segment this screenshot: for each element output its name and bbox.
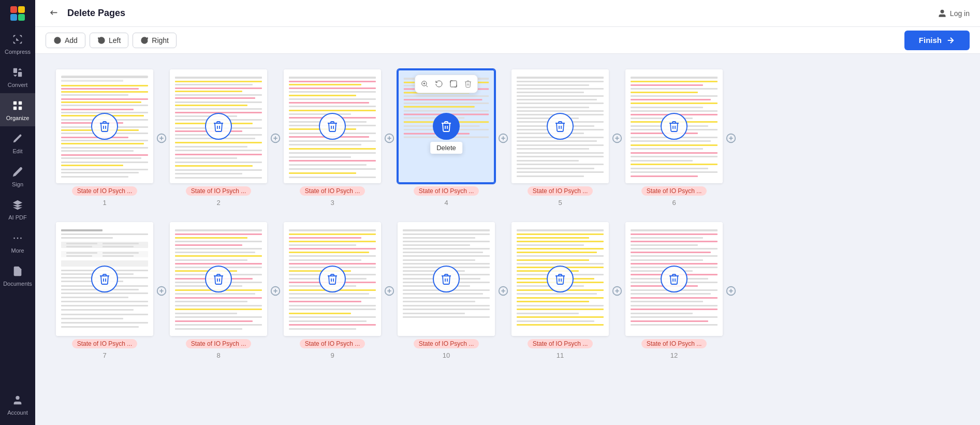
svg-rect-50	[175, 81, 262, 82]
compress-icon	[10, 32, 25, 47]
convert-label: Convert	[8, 82, 28, 88]
zoom-in-action-4[interactable]	[417, 77, 432, 91]
svg-rect-106	[289, 172, 356, 174]
delete-button-10[interactable]	[433, 266, 460, 292]
svg-rect-375	[631, 313, 693, 314]
svg-rect-76	[175, 177, 262, 179]
page-card-1: State of IO Psych ... 1	[56, 69, 153, 207]
sidebar-item-more[interactable]: More	[0, 226, 35, 259]
svg-rect-102	[289, 156, 351, 158]
back-button[interactable]	[46, 5, 62, 22]
delete-action-4[interactable]	[461, 77, 475, 91]
svg-rect-316	[403, 309, 490, 310]
sidebar-item-account[interactable]: Account	[0, 388, 35, 421]
insert-after-8[interactable]	[267, 283, 284, 299]
svg-rect-372	[631, 301, 703, 302]
svg-rect-378	[631, 324, 718, 326]
insert-after-2[interactable]	[267, 130, 284, 146]
rotate-left-button[interactable]: Left	[90, 33, 128, 48]
insert-after-5[interactable]	[609, 130, 625, 146]
insert-after-7[interactable]	[153, 283, 170, 299]
expand-action-4[interactable]	[446, 77, 461, 91]
insert-after-10[interactable]	[495, 283, 511, 299]
page-thumb-5	[511, 69, 609, 183]
sidebar-item-sign[interactable]: Sign	[0, 159, 35, 193]
svg-rect-4	[13, 107, 17, 110]
insert-after-9[interactable]	[381, 283, 398, 299]
svg-rect-233	[175, 229, 262, 231]
insert-after-1[interactable]	[153, 130, 170, 146]
svg-rect-49	[175, 77, 262, 79]
svg-rect-331	[517, 259, 589, 261]
page-label-10: State of IO Psych ...	[414, 339, 479, 348]
add-button[interactable]: Add	[46, 33, 85, 48]
delete-button-6[interactable]	[661, 113, 688, 140]
svg-rect-281	[289, 293, 369, 295]
account-label: Account	[7, 409, 28, 416]
page-number-10: 10	[443, 351, 450, 359]
delete-button-11[interactable]	[547, 266, 574, 292]
sidebar-item-organize[interactable]: Organize	[0, 93, 35, 126]
svg-rect-283	[289, 301, 361, 302]
svg-rect-173	[631, 92, 698, 93]
svg-rect-360	[631, 255, 718, 257]
delete-button-7[interactable]	[91, 266, 118, 292]
pages-row-1: State of IO Psych ... 1	[56, 69, 959, 207]
page-card-5: State of IO Psych ... 5	[511, 69, 609, 207]
sidebar-item-compress[interactable]: Compress	[0, 27, 35, 60]
svg-rect-324	[517, 233, 604, 235]
svg-rect-17	[61, 80, 123, 82]
sidebar-item-ai-pdf[interactable]: AI PDF	[0, 193, 35, 226]
svg-rect-206	[103, 243, 139, 244]
svg-rect-98	[289, 140, 376, 142]
sidebar-item-edit[interactable]: Edit	[0, 126, 35, 159]
svg-rect-2	[13, 101, 17, 105]
svg-point-7	[17, 238, 19, 239]
svg-rect-51	[175, 84, 253, 85]
page-card-6: State of IO Psych ... 6	[625, 69, 723, 207]
insert-after-6[interactable]	[723, 130, 739, 146]
insert-after-4[interactable]	[495, 130, 511, 146]
svg-rect-177	[631, 107, 703, 108]
delete-button-9[interactable]	[319, 266, 346, 292]
insert-after-11[interactable]	[609, 283, 625, 299]
sidebar-item-convert[interactable]: Convert	[0, 60, 35, 93]
rotate-right-button[interactable]: Right	[133, 33, 177, 48]
login-button[interactable]: Log in	[938, 9, 970, 18]
ai-pdf-label: AI PDF	[8, 214, 26, 221]
delete-button-1[interactable]	[91, 113, 118, 140]
delete-button-2[interactable]	[205, 113, 232, 140]
svg-rect-317	[403, 313, 465, 314]
delete-button-4[interactable]	[433, 113, 460, 140]
svg-rect-104	[289, 164, 367, 166]
svg-rect-42	[61, 169, 148, 170]
delete-button-12[interactable]	[661, 266, 688, 292]
insert-after-3[interactable]	[381, 130, 398, 146]
svg-rect-301	[403, 252, 483, 253]
svg-rect-224	[61, 309, 134, 311]
page-label-1: State of IO Psych ...	[72, 186, 138, 196]
delete-button-5[interactable]	[547, 113, 574, 140]
sidebar-item-documents[interactable]: Documents	[0, 259, 35, 292]
svg-rect-226	[61, 318, 123, 319]
page-thumb-8	[170, 222, 267, 336]
svg-rect-269	[289, 248, 376, 250]
page-thumb-7	[56, 222, 153, 336]
delete-button-8[interactable]	[205, 266, 232, 292]
svg-rect-266	[289, 237, 361, 239]
page-label-6: State of IO Psych ...	[641, 186, 707, 196]
svg-rect-144	[517, 99, 597, 100]
page-thumb-9	[284, 222, 381, 336]
svg-rect-83	[289, 84, 361, 85]
edit-label: Edit	[13, 148, 23, 154]
svg-rect-201	[61, 233, 148, 235]
page-number-7: 7	[103, 351, 106, 359]
delete-button-3[interactable]	[319, 113, 346, 140]
svg-rect-329	[517, 252, 597, 253]
insert-after-12[interactable]	[723, 283, 739, 299]
svg-point-10	[941, 10, 944, 13]
finish-button[interactable]: Finish	[904, 31, 970, 50]
rotate-action-4[interactable]	[432, 77, 446, 91]
content-area: State of IO Psych ... 1	[35, 54, 980, 425]
page-label-5: State of IO Psych ...	[528, 186, 593, 196]
